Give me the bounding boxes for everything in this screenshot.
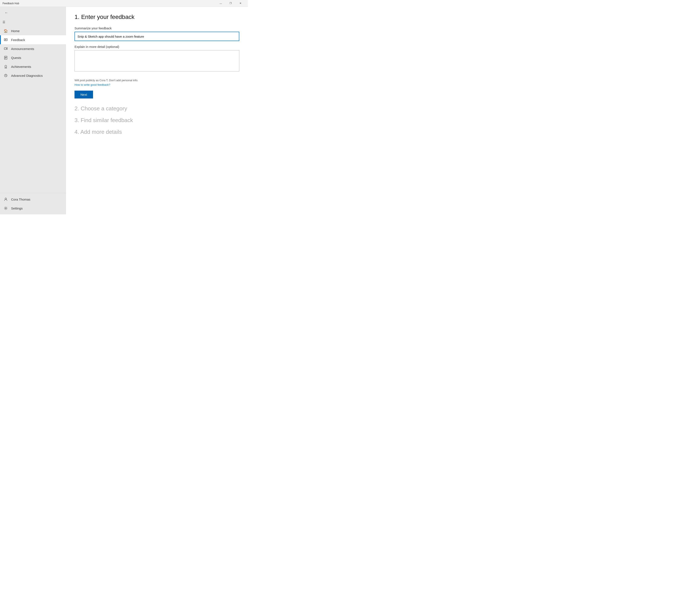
sidebar-item-quests[interactable]: Quests (0, 53, 66, 62)
detail-section: Explain in more detail (optional) (75, 45, 239, 75)
feedback-tips-link[interactable]: How to write good feedback? (75, 83, 110, 86)
achievements-icon (3, 64, 8, 69)
svg-rect-0 (4, 39, 7, 41)
sidebar-item-home-label: Home (11, 29, 20, 33)
feedback-icon (3, 38, 8, 42)
sidebar-item-quests-label: Quests (11, 56, 21, 60)
summarize-label: Summarize your feedback (75, 26, 239, 30)
user-icon (3, 197, 8, 202)
page-title: 1. Enter your feedback (75, 14, 239, 20)
sidebar-item-home[interactable]: 🏠 Home (0, 26, 66, 35)
hamburger-icon: ☰ (3, 20, 5, 24)
sidebar-nav: 🏠 Home Feedback (0, 25, 66, 193)
step4-label: 4. Add more details (75, 129, 239, 135)
step2-label: 2. Choose a category (75, 105, 239, 112)
svg-point-5 (5, 75, 6, 76)
summarize-input[interactable] (75, 32, 239, 41)
back-icon: ← (5, 11, 8, 15)
home-icon: 🏠 (3, 28, 8, 33)
maximize-button[interactable]: ❐ (226, 0, 236, 7)
close-button[interactable]: ✕ (236, 0, 245, 7)
sidebar-item-feedback[interactable]: Feedback (0, 35, 66, 44)
sidebar-bottom: Cora Thomas Settings (0, 193, 66, 214)
next-button[interactable]: Next (75, 90, 93, 99)
public-notice: Will post publicly as Cora T. Don't add … (75, 79, 239, 82)
sidebar-item-achievements[interactable]: Achievements (0, 62, 66, 71)
titlebar: Feedback Hub — ❐ ✕ (0, 0, 248, 7)
titlebar-controls: — ❐ ✕ (216, 0, 245, 7)
titlebar-title: Feedback Hub (3, 2, 216, 5)
summarize-section: Summarize your feedback (75, 26, 239, 41)
sidebar-top: ← (0, 7, 66, 19)
sidebar-item-announcements[interactable]: Announcements (0, 44, 66, 53)
svg-point-6 (5, 198, 6, 200)
settings-icon (3, 206, 8, 211)
sidebar: ← ☰ 🏠 Home Feedback (0, 7, 66, 214)
sidebar-item-achievements-label: Achievements (11, 65, 31, 68)
user-label: Cora Thomas (11, 197, 31, 201)
sidebar-item-feedback-label: Feedback (11, 38, 25, 42)
svg-point-7 (5, 208, 6, 209)
app-body: ← ☰ 🏠 Home Feedback (0, 7, 248, 214)
quests-icon (3, 55, 8, 60)
settings-label: Settings (11, 207, 23, 210)
advanced-diagnostics-icon (3, 73, 8, 78)
sidebar-item-announcements-label: Announcements (11, 47, 34, 50)
sidebar-item-advanced-diagnostics[interactable]: Advanced Diagnostics (0, 71, 66, 80)
hamburger-button[interactable]: ☰ (0, 19, 66, 25)
announcements-icon (3, 46, 8, 51)
minimize-button[interactable]: — (216, 0, 226, 7)
detail-label: Explain in more detail (optional) (75, 45, 239, 48)
svg-rect-1 (4, 48, 6, 49)
svg-point-3 (5, 65, 7, 67)
sidebar-item-user[interactable]: Cora Thomas (0, 195, 66, 204)
back-button[interactable]: ← (3, 9, 10, 17)
detail-textarea[interactable] (75, 50, 239, 71)
sidebar-item-settings[interactable]: Settings (0, 204, 66, 213)
main-content: 1. Enter your feedback Summarize your fe… (66, 7, 248, 214)
sidebar-item-advanced-diagnostics-label: Advanced Diagnostics (11, 74, 43, 78)
step3-label: 3. Find similar feedback (75, 117, 239, 124)
